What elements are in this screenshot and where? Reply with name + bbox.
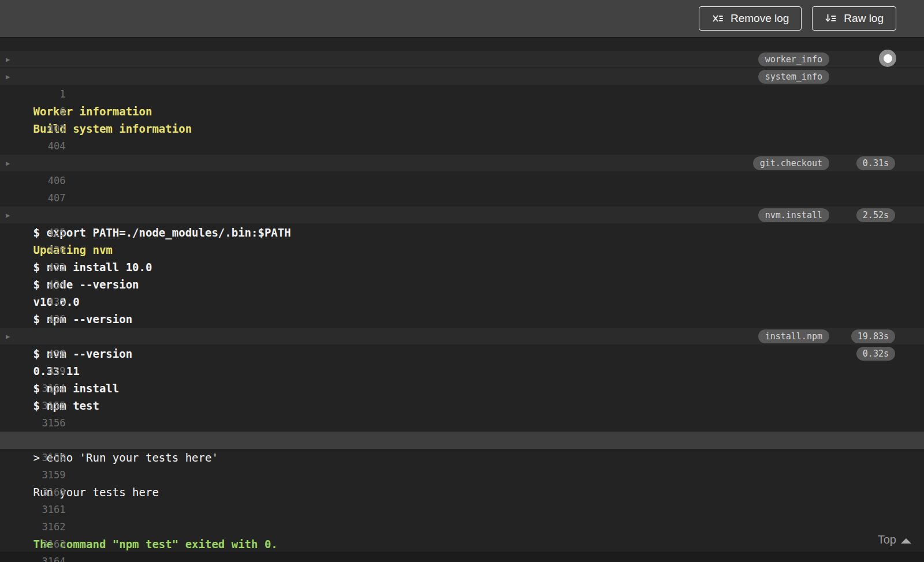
log-line: 3160 xyxy=(0,449,924,466)
log-line: 3163 xyxy=(0,501,924,518)
raw-log-button[interactable]: Raw log xyxy=(812,6,896,31)
remove-log-label: Remove log xyxy=(731,12,789,25)
scroll-position-indicator[interactable] xyxy=(879,50,896,67)
log-line: ▶ 6 Build system information system_info xyxy=(0,68,924,85)
log-line: 404 Network availability confirmed. xyxy=(0,103,924,120)
log-line: 433 $ node --version xyxy=(0,224,924,241)
fold-tag-badge: install.npm xyxy=(758,329,829,343)
duration-badge: 0.32s xyxy=(856,347,895,361)
log-line: 3157 > echo 'Run your tests here' xyxy=(0,397,924,414)
log-line: ▶ 439 $ npm install install.npm 19.83s xyxy=(0,328,924,345)
raw-log-label: Raw log xyxy=(844,12,884,25)
log-line: 403 xyxy=(0,85,924,103)
raw-log-icon xyxy=(825,13,837,24)
log-line: 424 $ export PATH=./node_modules/.bin:$P… xyxy=(0,172,924,189)
log-line: 3164 Done. Your build exited with 0. xyxy=(0,518,924,535)
log-line: 437 $ nvm --version xyxy=(0,293,924,310)
log-toolbar: Remove log Raw log xyxy=(0,0,924,38)
arrow-up-icon xyxy=(901,538,911,544)
log-line: ▶ 426 $ nvm install 10.0 nvm.install 2.5… xyxy=(0,207,924,224)
top-link-label: Top xyxy=(878,533,896,546)
log-line: 3155 xyxy=(0,362,924,380)
log-line: ▶ 1 Worker information worker_info xyxy=(0,51,924,68)
log-line: 434 v10.0.0 xyxy=(0,241,924,258)
log-line: 3159 Run your tests here xyxy=(0,432,924,449)
build-log: ▶ 1 Worker information worker_info ▶ 6 B… xyxy=(0,38,924,552)
fold-toggle-icon[interactable]: ▶ xyxy=(6,68,15,85)
remove-log-button[interactable]: Remove log xyxy=(699,6,802,31)
fold-toggle-icon[interactable]: ▶ xyxy=(6,155,15,172)
log-line: 435 $ npm --version xyxy=(0,258,924,276)
duration-badge: 19.83s xyxy=(851,329,895,343)
fold-toggle-icon[interactable]: ▶ xyxy=(6,207,15,224)
fold-tag-badge: system_info xyxy=(758,70,829,84)
log-line: 406 xyxy=(0,137,924,155)
fold-tag-badge: nvm.install xyxy=(758,208,829,222)
log-line: 438 0.33.11 xyxy=(0,310,924,328)
scroll-to-top-link[interactable]: Top xyxy=(878,533,911,546)
log-line-text: The command "npm test" exited with 0. xyxy=(33,535,278,553)
fold-tag-badge: worker_info xyxy=(758,53,829,66)
log-line: 3162 The command "npm test" exited with … xyxy=(0,484,924,501)
fold-toggle-icon[interactable]: ▶ xyxy=(6,328,15,345)
line-number[interactable]: 3164 xyxy=(23,553,66,562)
fold-tag-badge: git.checkout xyxy=(753,156,829,170)
log-line: 3156 > gatsby-starter-hello-world@ test … xyxy=(0,380,924,397)
log-line: 425 Updating nvm xyxy=(0,189,924,207)
remove-log-icon xyxy=(711,13,724,24)
log-line: 3158 xyxy=(0,414,924,432)
duration-badge: 2.52s xyxy=(856,208,895,222)
line-number[interactable]: 3163 xyxy=(23,535,66,553)
log-line: 3161 xyxy=(0,466,924,484)
log-line: 3154 $ npm test 0.32s xyxy=(0,345,924,362)
log-line: 436 5.6.0 xyxy=(0,276,924,293)
log-line: 405 xyxy=(0,120,924,137)
log-line: ▶ 407 $ git clone --depth=50 https://git… xyxy=(0,155,924,172)
duration-badge: 0.31s xyxy=(856,156,895,170)
fold-toggle-icon[interactable]: ▶ xyxy=(6,51,15,68)
